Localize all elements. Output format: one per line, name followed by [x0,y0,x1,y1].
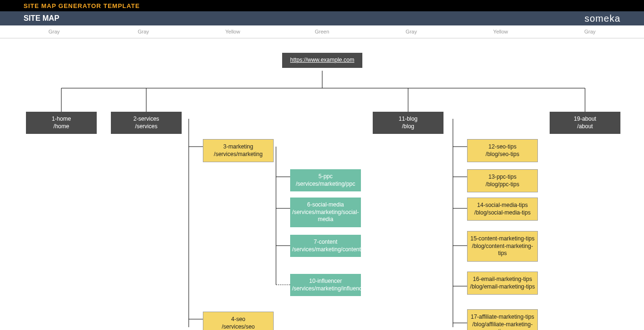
node-label: 11-blog [375,116,442,123]
node-label: 15-content-marketing-tips [469,235,535,243]
node-path: /services/marketing/ppc [292,181,359,188]
node-label: 5-ppc [292,173,359,181]
col-header: Green [277,29,367,34]
node-marketing[interactable]: 3-marketing /services/marketing [203,139,274,162]
col-header: Yellow [188,29,277,34]
col-header: Gray [9,29,99,34]
node-label: 17-affiliate-marketing-tips [469,314,535,321]
diagram-canvas: https://www.example.com 1-home /home 2-s… [0,39,644,330]
node-label: 6-social-media [292,201,359,209]
sub-bar: SITE MAP someka [0,11,644,25]
node-path: /services/marketing [205,151,271,158]
node-content-marketing-tips[interactable]: 15-content-marketing-tips /blog/content-… [467,231,538,262]
node-path: /blog/email-marketing-tips [469,283,535,291]
node-path: /blog/ppc-tips [469,181,535,189]
node-blog[interactable]: 11-blog /blog [373,112,443,134]
top-bar: SITE MAP GENERATOR TEMPLATE [0,0,644,11]
col-header: Gray [99,29,188,34]
template-title: SITE MAP GENERATOR TEMPLATE [24,2,140,9]
node-path: /services [113,123,180,131]
col-header: Yellow [456,29,545,34]
node-path: /blog/seo-tips [469,151,535,158]
node-path: /services/marketing/content [292,246,359,254]
node-path: /blog/content-marketing-tips [469,243,535,257]
brand-logo: someka [585,13,620,24]
node-path: /blog/affiliate-marketing-tips [469,321,535,330]
col-header: Gray [367,29,456,34]
node-label: 14-social-media-tips [469,202,535,209]
node-label: 10-influencer [292,278,359,285]
column-header-row: Gray Gray Yellow Green Gray Yellow Gray [0,25,644,39]
node-social-media-tips[interactable]: 14-social-media-tips /blog/social-media-… [467,198,538,221]
node-path: /blog [375,123,442,131]
node-label: 7-content [292,239,359,246]
node-content[interactable]: 7-content /services/marketing/content [290,235,361,257]
root-node[interactable]: https://www.example.com [282,53,362,68]
node-label: 19-about [552,116,619,123]
node-social-media[interactable]: 6-social-media /services/marketing/socia… [290,198,361,227]
node-path: /services/seo [205,323,271,330]
node-seo-tips[interactable]: 12-seo-tips /blog/seo-tips [467,139,538,162]
node-path: /about [552,123,619,131]
node-email-marketing-tips[interactable]: 16-email-marketing-tips /blog/email-mark… [467,272,538,295]
node-path: /services/marketing/social-media [292,209,359,223]
node-label: 13-ppc-tips [469,173,535,181]
node-home[interactable]: 1-home /home [26,112,97,134]
node-seo[interactable]: 4-seo /services/seo [203,312,274,330]
col-header: Gray [545,29,635,34]
node-ppc[interactable]: 5-ppc /services/marketing/ppc [290,169,361,191]
node-path: /services/marketing/influencer [292,285,359,293]
node-path: /home [28,123,95,131]
node-label: 4-seo [205,316,271,323]
root-url: https://www.example.com [284,57,360,64]
node-about[interactable]: 19-about /about [550,112,620,134]
node-influencer[interactable]: 10-influencer /services/marketing/influe… [290,274,361,296]
node-label: 3-marketing [205,143,271,151]
node-path: /blog/social-media-tips [469,209,535,217]
node-label: 12-seo-tips [469,143,535,151]
node-label: 16-email-marketing-tips [469,276,535,283]
node-affiliate-marketing-tips[interactable]: 17-affiliate-marketing-tips /blog/affili… [467,309,538,330]
node-ppc-tips[interactable]: 13-ppc-tips /blog/ppc-tips [467,169,538,192]
node-label: 2-services [113,116,180,123]
node-label: 1-home [28,116,95,123]
node-services[interactable]: 2-services /services [111,112,182,134]
page-title: SITE MAP [24,14,59,23]
